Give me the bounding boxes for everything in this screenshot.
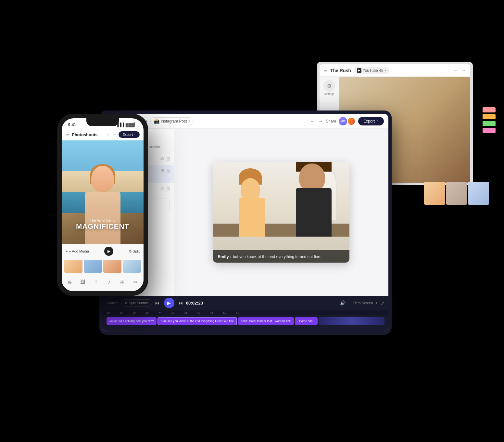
ruler-mark: 50 (223, 311, 226, 314)
ipad-format-badge[interactable]: 📸 Instagram Post ▾ (150, 117, 194, 125)
phone-play-button[interactable]: ▶ (104, 247, 113, 256)
timeline-clip[interactable]: Anna: Great to hear that. I worried sick… (238, 317, 294, 325)
person-left (233, 178, 271, 237)
add-media-button[interactable]: + + Add Media (66, 249, 89, 253)
bg-desktop-format: YouTube 4k (363, 68, 383, 73)
settings-icon[interactable]: ⚙ (323, 80, 335, 92)
fit-screen-label[interactable]: Fit to Screen (353, 301, 373, 305)
thumbnail-3[interactable] (103, 260, 121, 273)
photo-thumb-3 (468, 182, 489, 205)
volume-icon[interactable]: 🔊 (340, 300, 346, 306)
phone-video-title: MAGNIFICENT (62, 222, 144, 231)
ruler-mark: 20 (132, 311, 136, 314)
timeline-clip[interactable]: Stan: but you know, at the end everythin… (158, 317, 237, 325)
timeline-track: Anna: Did it actually help you two? Stan… (103, 315, 388, 327)
video-preview-frame: Emily : but you know, at the end everyth… (213, 162, 349, 263)
thumbnail-2[interactable] (84, 260, 102, 273)
toolbar-edit-button[interactable]: ✏ (131, 277, 141, 287)
bg-desktop-app-title: The Rush (330, 68, 351, 73)
chevron-icon: ▾ (384, 69, 386, 72)
phone-nav-buttons: ← → Export ↑ (106, 131, 140, 138)
split-subtitle-button[interactable]: ⧉ Split Subtitle (121, 299, 152, 306)
ipad-main-content: Emily : but you know, at the end everyth… (174, 129, 388, 296)
ipad-timeline: Subtitle ⧉ Split Subtitle ⏮ ▶ ⏭ 00:02:23… (103, 296, 388, 332)
fullscreen-icon[interactable]: ⤢ (380, 300, 384, 306)
toolbar-home-button[interactable]: ⊕ (64, 277, 75, 287)
phone-forward-btn[interactable]: → (112, 132, 117, 137)
phone-video-background: The Art of Being MAGNIFICENT (62, 140, 144, 244)
person-right-head (299, 163, 325, 191)
phone-thumbnail-strip (62, 258, 144, 274)
plus-icon[interactable]: + (376, 301, 378, 305)
photo-thumb-2 (446, 182, 467, 205)
clip-label: Come one! (299, 319, 313, 323)
toolbar-music-button[interactable]: ♪ (104, 277, 114, 287)
ruler-mark: 15 (120, 311, 123, 314)
format-chevron-icon: ▾ (188, 119, 190, 123)
toolbar-image-button[interactable]: 🖼 (78, 277, 88, 287)
phone-media-controls: + + Add Media ▶ ⧉ Split (62, 244, 144, 258)
export-label: Export (363, 119, 375, 124)
timeline-clip[interactable]: Anna: Did it actually help you two? (107, 317, 157, 325)
person-right-body (296, 188, 332, 237)
phone-export-label: Export (122, 133, 133, 136)
photo-thumb-1 (424, 182, 445, 205)
color-swatch-pink[interactable] (483, 128, 496, 133)
subtitle-speech: but you know, at the end everything turn… (233, 254, 321, 259)
play-icon: ▶ (167, 300, 171, 306)
timecode-display: 00:02:23 (186, 301, 203, 306)
phone-back-btn[interactable]: ← (106, 132, 110, 137)
thumbnail-4[interactable] (123, 260, 141, 273)
phone-notch (86, 118, 119, 126)
settings-label: Settings (324, 92, 334, 96)
color-swatch-red[interactable] (483, 107, 496, 112)
ruler-mark: 30 (171, 311, 174, 314)
color-swatch-orange[interactable] (483, 114, 496, 119)
ipad-forward-btn[interactable]: → (318, 118, 323, 124)
skip-back-icon[interactable]: ⏮ (155, 300, 159, 306)
phone-screen: 9:41 ●●● ▐▐▐ ▓▓▓▏ ☰ Photoshoots ← → Expo… (62, 118, 144, 291)
instagram-icon: 📸 (154, 119, 159, 124)
play-button[interactable]: ▶ (164, 298, 174, 308)
avatar-primary: AV (339, 117, 347, 125)
add-media-label: + Add Media (69, 249, 89, 253)
bg-desktop-format-badge[interactable]: ▶ YouTube 4k ▾ (354, 67, 389, 74)
phone-export-icon: ↑ (134, 133, 136, 136)
split-icon: ⧉ (129, 249, 132, 254)
thumbnail-1[interactable] (64, 260, 82, 273)
ipad-export-button[interactable]: Export ↑ (358, 117, 384, 125)
skip-forward-icon[interactable]: ⏭ (179, 300, 183, 306)
phone-person-body (85, 192, 120, 244)
audio-waveform (319, 317, 384, 325)
menu-icon[interactable]: ☰ (66, 132, 70, 137)
phone-split-button[interactable]: ⧉ Split (129, 249, 140, 254)
delete-icon[interactable]: 🗑 (166, 186, 170, 192)
toolbar-text-button[interactable]: T (91, 277, 101, 287)
forward-icon[interactable]: → (461, 68, 466, 73)
clip-label: Anna: Did it actually help you two? (109, 319, 154, 323)
delete-icon[interactable]: 🗑 (166, 168, 170, 175)
plus-icon: + (66, 249, 68, 253)
bg-desktop-menu-icon[interactable]: ☰ (323, 68, 328, 73)
subtitle-speaker: Emily : (218, 254, 232, 259)
back-icon[interactable]: ← (453, 68, 458, 73)
split-subtitle-label: Split Subtitle (129, 301, 149, 305)
toolbar-filter-button[interactable]: ⊞ (117, 277, 128, 287)
clip-label: Anna: Great to hear that. I worried sick… (241, 319, 292, 323)
color-swatch-green[interactable] (483, 121, 496, 126)
ipad-back-btn[interactable]: ← (310, 118, 315, 124)
phone-export-button[interactable]: Export ↑ (119, 131, 140, 138)
ipad-format: Instagram Post (161, 119, 187, 124)
delete-icon[interactable]: 🗑 (166, 156, 170, 162)
export-icon: ↑ (377, 119, 379, 124)
phone-video-subtitle: The Art of Being (62, 218, 144, 222)
timeline-right-controls: 🔊 − Fit to Screen + ⤢ (340, 300, 384, 306)
timeline-clip[interactable]: Come one! (295, 317, 318, 325)
minus-icon[interactable]: − (348, 301, 350, 305)
bg-desktop-nav-right: ← → (453, 68, 466, 73)
ruler-mark: 60 (236, 311, 239, 314)
ipad-share-btn[interactable]: Share (326, 119, 336, 124)
split-icon: ⧉ (125, 301, 128, 305)
video-subtitle-bar: Emily : but you know, at the end everyth… (213, 250, 349, 263)
phone-person-head (91, 166, 114, 192)
